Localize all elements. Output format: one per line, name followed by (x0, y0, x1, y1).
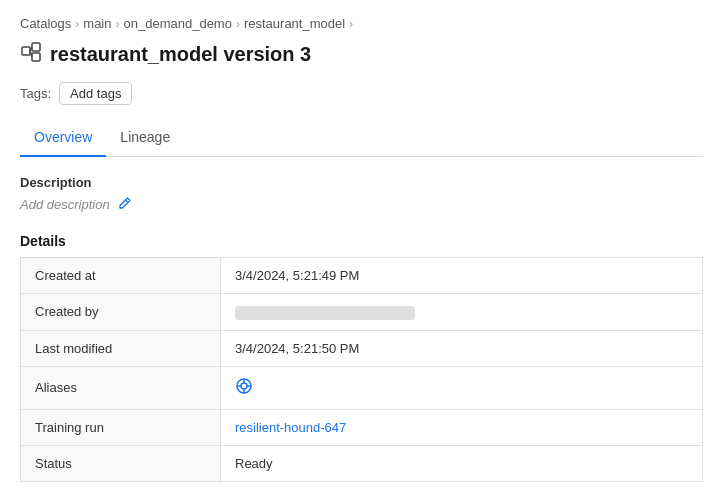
tab-lineage[interactable]: Lineage (106, 121, 184, 157)
table-row: Created by (21, 294, 703, 331)
svg-point-7 (241, 383, 247, 389)
details-section: Details Created at 3/4/2024, 5:21:49 PM … (20, 233, 703, 482)
table-row: Training run resilient-hound-647 (21, 409, 703, 445)
page-title-row: restaurant_model version 3 (20, 41, 703, 68)
redacted-value (235, 306, 415, 320)
details-table: Created at 3/4/2024, 5:21:49 PM Created … (20, 257, 703, 482)
table-row: Created at 3/4/2024, 5:21:49 PM (21, 258, 703, 294)
detail-key-created-at: Created at (21, 258, 221, 294)
details-label: Details (20, 233, 703, 249)
training-run-link[interactable]: resilient-hound-647 (235, 420, 346, 435)
detail-value-status: Ready (221, 445, 703, 481)
tags-row: Tags: Add tags (20, 82, 703, 105)
breadcrumb-main[interactable]: main (83, 16, 111, 31)
breadcrumb-on-demand-demo[interactable]: on_demand_demo (124, 16, 232, 31)
breadcrumb-sep-4: › (349, 17, 353, 31)
detail-key-created-by: Created by (21, 294, 221, 331)
svg-line-4 (30, 51, 32, 57)
tab-overview[interactable]: Overview (20, 121, 106, 157)
detail-key-last-modified: Last modified (21, 330, 221, 366)
alias-icon[interactable] (235, 381, 253, 398)
table-row: Aliases (21, 366, 703, 409)
detail-value-created-at: 3/4/2024, 5:21:49 PM (221, 258, 703, 294)
detail-value-training-run: resilient-hound-647 (221, 409, 703, 445)
breadcrumb-restaurant-model[interactable]: restaurant_model (244, 16, 345, 31)
table-row: Last modified 3/4/2024, 5:21:50 PM (21, 330, 703, 366)
edit-description-icon[interactable] (118, 196, 132, 213)
svg-line-5 (125, 200, 128, 203)
breadcrumb-sep-1: › (75, 17, 79, 31)
table-row: Status Ready (21, 445, 703, 481)
tabs: Overview Lineage (20, 121, 703, 157)
model-icon (20, 41, 42, 68)
detail-value-aliases (221, 366, 703, 409)
description-row: Add description (20, 196, 703, 213)
page-title: restaurant_model version 3 (50, 43, 311, 66)
breadcrumb-catalogs[interactable]: Catalogs (20, 16, 71, 31)
detail-key-status: Status (21, 445, 221, 481)
detail-key-training-run: Training run (21, 409, 221, 445)
breadcrumb: Catalogs › main › on_demand_demo › resta… (20, 16, 703, 31)
tags-label: Tags: (20, 86, 51, 101)
breadcrumb-sep-2: › (116, 17, 120, 31)
description-label: Description (20, 175, 703, 190)
detail-value-created-by (221, 294, 703, 331)
detail-value-last-modified: 3/4/2024, 5:21:50 PM (221, 330, 703, 366)
breadcrumb-sep-3: › (236, 17, 240, 31)
svg-rect-2 (32, 53, 40, 61)
description-placeholder: Add description (20, 197, 110, 212)
description-section: Description Add description (20, 175, 703, 213)
add-tags-button[interactable]: Add tags (59, 82, 132, 105)
svg-rect-1 (32, 43, 40, 51)
detail-key-aliases: Aliases (21, 366, 221, 409)
svg-rect-0 (22, 47, 30, 55)
